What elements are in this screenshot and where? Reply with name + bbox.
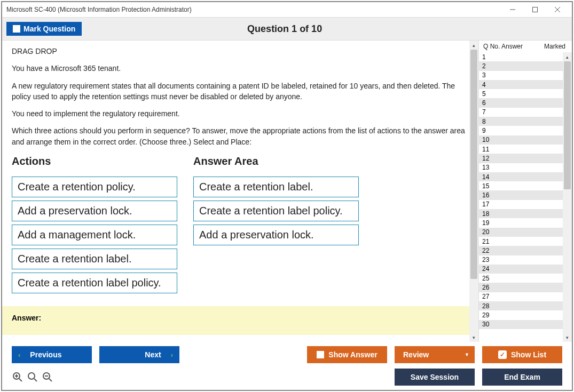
qlist-row[interactable]: 23 (479, 255, 563, 265)
qlist-row[interactable]: 20 (479, 228, 563, 237)
footer: ‹ Previous Next › Show Answer Review ▼ ✓… (2, 342, 572, 390)
qlist-number: 5 (482, 90, 500, 98)
qlist-row[interactable]: 30 (479, 320, 563, 329)
qlist-row[interactable]: 14 (479, 172, 563, 181)
col-answer: Answer (501, 43, 544, 50)
qlist-number: 16 (482, 191, 500, 199)
qlist-number: 22 (482, 247, 500, 254)
scroll-thumb[interactable] (470, 50, 477, 279)
mark-question-button[interactable]: Mark Question (6, 22, 82, 36)
qlist-row[interactable]: 19 (479, 218, 563, 227)
end-exam-button[interactable]: End Exam (482, 369, 562, 386)
mark-question-label: Mark Question (23, 25, 75, 33)
next-label: Next (145, 350, 161, 359)
zoom-reset-button[interactable] (27, 371, 38, 383)
qlist-row[interactable]: 17 (479, 200, 563, 209)
qlist-row[interactable]: 3 (479, 71, 563, 80)
drag-drop-area: Actions Create a retention policy. Add a… (12, 154, 469, 297)
answer-item[interactable]: Create a retention label policy. (193, 201, 359, 221)
action-item[interactable]: Create a retention label policy. (12, 273, 177, 293)
qlist-row[interactable]: 1 (479, 52, 563, 61)
qlist-row[interactable]: 8 (479, 117, 563, 126)
svg-line-5 (19, 379, 22, 381)
answer-item[interactable]: Create a retention label. (193, 177, 359, 197)
end-exam-label: End Exam (504, 373, 540, 381)
checkbox-icon (317, 351, 324, 358)
show-answer-button[interactable]: Show Answer (307, 346, 387, 363)
action-item[interactable]: Create a retention policy. (12, 177, 177, 197)
titlebar: Microsoft SC-400 (Microsoft Information … (2, 2, 572, 17)
qlist-row[interactable]: 15 (479, 181, 563, 190)
qlist-row[interactable]: 28 (479, 301, 563, 310)
answer-area-column: Answer Area Create a retention label. Cr… (193, 154, 359, 297)
qlist-number: 4 (482, 81, 500, 89)
qlist-number: 27 (482, 293, 500, 300)
action-item[interactable]: Add a management lock. (12, 225, 177, 245)
qlist-number: 25 (482, 275, 500, 282)
action-item[interactable]: Create a retention label. (12, 249, 177, 269)
scroll-up-icon[interactable]: ▴ (563, 52, 572, 61)
question-list-pane: Q No. Answer Marked 12345678910111213141… (478, 41, 572, 342)
qlist-number: 18 (482, 210, 500, 218)
qlist-row[interactable]: 11 (479, 145, 563, 154)
scroll-down-icon[interactable]: ▾ (469, 333, 478, 342)
qlist-row[interactable]: 21 (479, 237, 563, 246)
answer-item[interactable]: Add a preservation lock. (193, 225, 359, 245)
qlist-row[interactable]: 6 (479, 98, 563, 107)
zoom-in-button[interactable] (12, 371, 23, 383)
qlist-number: 21 (482, 238, 500, 245)
question-para-3: You need to implement the regulatory req… (12, 108, 469, 119)
chevron-right-icon: › (171, 351, 173, 359)
qlist-row[interactable]: 16 (479, 190, 563, 199)
app-window: Microsoft SC-400 (Microsoft Information … (1, 1, 573, 391)
show-list-label: Show List (511, 350, 546, 359)
qlist-row[interactable]: 9 (479, 126, 563, 135)
next-button[interactable]: Next › (99, 346, 179, 363)
window-title: Microsoft SC-400 (Microsoft Information … (6, 6, 502, 13)
close-button[interactable] (547, 4, 568, 15)
qlist-row[interactable]: 24 (479, 265, 563, 274)
maximize-button[interactable] (525, 4, 545, 15)
qlist-number: 2 (482, 62, 500, 70)
zoom-out-button[interactable] (42, 371, 53, 383)
qlist-row[interactable]: 4 (479, 80, 563, 89)
qlist-row[interactable]: 29 (479, 310, 563, 319)
scroll-thumb[interactable] (564, 61, 571, 189)
scroll-down-icon[interactable]: ▾ (563, 333, 572, 342)
review-dropdown[interactable]: Review ▼ (395, 346, 475, 363)
action-item[interactable]: Add a preservation lock. (12, 201, 177, 221)
col-qno: Q No. (480, 43, 501, 50)
qlist-row[interactable]: 25 (479, 274, 563, 283)
qlist-row[interactable]: 7 (479, 108, 563, 117)
qlist-number: 15 (482, 182, 500, 190)
save-session-button[interactable]: Save Session (395, 369, 475, 386)
svg-rect-1 (533, 7, 538, 12)
qlist-scrollbar[interactable]: ▴ ▾ (563, 52, 572, 342)
minimize-button[interactable] (502, 4, 523, 15)
qlist-row[interactable]: 22 (479, 246, 563, 255)
question-pane: DRAG DROP You have a Microsoft 365 tenan… (2, 41, 478, 342)
chevron-left-icon: ‹ (18, 351, 20, 359)
question-content: DRAG DROP You have a Microsoft 365 tenan… (2, 41, 478, 297)
qlist-row[interactable]: 5 (479, 89, 563, 98)
qlist-number: 7 (482, 108, 500, 116)
qlist-number: 13 (482, 164, 500, 171)
qlist-number: 11 (482, 146, 500, 153)
qlist-row[interactable]: 18 (479, 209, 563, 218)
window-controls (502, 4, 568, 15)
qlist-row[interactable]: 2 (479, 61, 563, 70)
question-scroll: DRAG DROP You have a Microsoft 365 tenan… (2, 41, 478, 342)
question-para-1: You have a Microsoft 365 tenant. (12, 63, 469, 74)
qlist-row[interactable]: 27 (479, 292, 563, 301)
question-type: DRAG DROP (12, 46, 469, 57)
qlist-row[interactable]: 12 (479, 154, 563, 163)
previous-button[interactable]: ‹ Previous (12, 346, 92, 363)
qlist-row[interactable]: 13 (479, 163, 563, 172)
qlist-number: 26 (482, 284, 500, 291)
answer-area-heading: Answer Area (193, 154, 359, 169)
qlist-row[interactable]: 10 (479, 135, 563, 145)
question-scrollbar[interactable]: ▴ ▾ (469, 41, 478, 342)
scroll-up-icon[interactable]: ▴ (469, 41, 478, 50)
qlist-row[interactable]: 26 (479, 283, 563, 292)
show-list-button[interactable]: ✓ Show List (482, 346, 562, 363)
